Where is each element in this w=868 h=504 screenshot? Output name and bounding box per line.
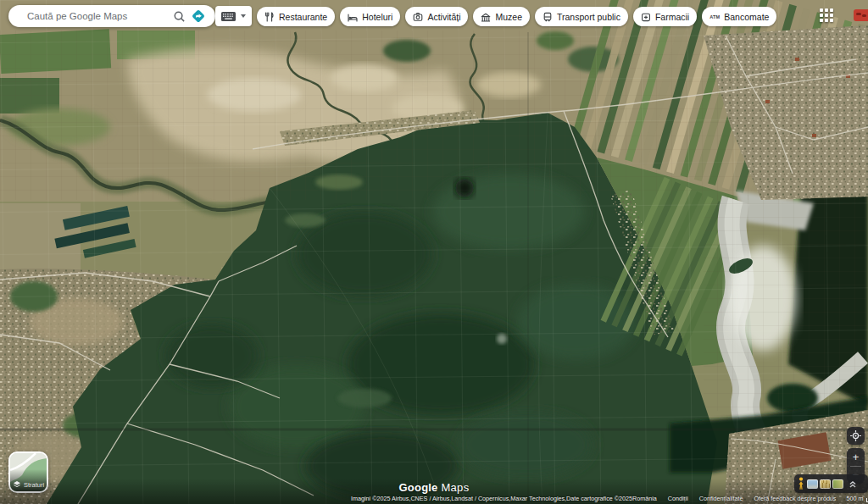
input-tools-button[interactable] [215,6,252,26]
chip-transit[interactable]: Transport public [535,7,628,26]
search-button[interactable] [170,7,188,25]
chip-pharmacies[interactable]: Farmacii [633,7,697,26]
pegman-icon[interactable] [797,477,805,490]
my-location-button[interactable] [847,427,865,445]
collapse-toolbar-button[interactable] [847,478,859,490]
imagery-thumbnail-3[interactable] [832,479,843,489]
imagery-thumbnail-1[interactable] [807,479,818,489]
dropdown-caret-icon [241,14,246,18]
search-icon [173,10,186,23]
museum-icon [481,12,491,22]
chip-label: Transport public [557,12,620,22]
my-location-icon [849,429,863,443]
chip-hotels[interactable]: Hoteluri [340,7,400,26]
link-feedback[interactable]: Oferă feedback despre produs [754,495,836,502]
layers-button[interactable]: Straturi [8,451,48,493]
chip-museums[interactable]: Muzee [473,7,530,26]
scale-label: 500 m [846,495,863,502]
link-country[interactable]: România [632,495,657,502]
link-privacy[interactable]: Confidențialitate [699,495,743,502]
directions-icon [189,7,208,25]
google-apps-button[interactable] [819,8,834,23]
chip-label: Farmacii [655,12,689,22]
chip-label: Restaurante [279,12,327,22]
profile-avatar[interactable] [854,9,868,21]
restaurant-icon [264,12,275,22]
imagery-toolbar [794,474,868,493]
zoom-in-button[interactable]: + [847,448,865,466]
imagery-thumbnail-2[interactable] [820,479,831,489]
imagery-credits: Imagini ©2025 Airbus,CNES / Airbus,Lands… [351,495,632,502]
google-maps-app: Restaurante Hoteluri Activități Muzee [0,0,868,504]
search-box[interactable] [8,5,215,27]
chip-label: Activități [427,12,460,22]
layers-icon [13,480,21,489]
chip-label: Bancomate [724,12,769,22]
pharmacy-icon [641,12,651,22]
map-scale: 500 m [846,495,868,502]
satellite-map-canvas[interactable] [0,0,868,504]
double-chevron-up-icon [847,478,859,490]
camera-icon [413,12,423,22]
chip-label: Hoteluri [362,12,392,22]
attribution-bar: Imagini ©2025 Airbus,CNES / Airbus,Lands… [351,494,866,503]
bus-icon [542,12,553,22]
chip-atms[interactable]: ATM Bancomate [702,7,776,26]
directions-button[interactable] [188,6,209,26]
hotel-bed-icon [348,12,358,22]
keyboard-icon [221,12,236,21]
link-terms[interactable]: Condiții [668,495,688,502]
chip-label: Muzee [495,12,522,22]
category-chips: Restaurante Hoteluri Activități Muzee [257,7,776,26]
chip-activities[interactable]: Activități [405,7,468,26]
search-input[interactable] [25,10,170,22]
atm-icon: ATM [709,14,720,19]
layers-label: Straturi [24,481,44,489]
attribution-links: România Condiții Confidențialitate Oferă… [632,495,836,502]
apps-grid-icon [819,8,834,23]
chip-restaurants[interactable]: Restaurante [257,7,335,26]
